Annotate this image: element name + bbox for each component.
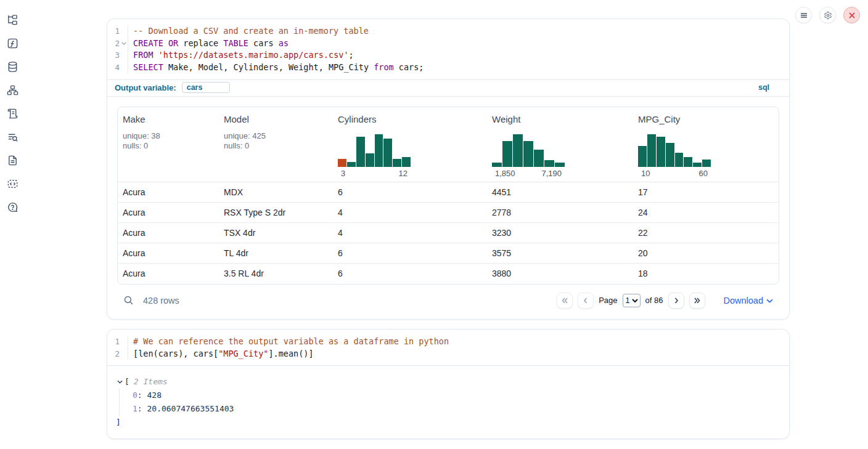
histogram-bar — [693, 163, 702, 167]
fold-chevron-icon[interactable] — [120, 39, 128, 47]
table-header: Makeunique: 38nulls: 0Modelunique: 425nu… — [118, 107, 779, 182]
token-kw: as — [279, 38, 289, 48]
column-header-weight[interactable]: Weight1,8507,190 — [487, 107, 633, 182]
column-header-cylinders[interactable]: Cylinders312 — [333, 107, 487, 182]
chevron-left-icon — [582, 297, 589, 304]
code-text: -- Download a CSV and create an in-memor… — [128, 25, 369, 38]
snippets-icon[interactable] — [6, 177, 19, 190]
list-search-icon[interactable] — [6, 131, 19, 144]
column-name: Make — [123, 114, 214, 124]
table-cell: 18 — [633, 269, 779, 278]
histogram-bar — [638, 146, 647, 167]
search-icon[interactable] — [123, 295, 134, 305]
collapse-chevron-icon[interactable] — [116, 378, 123, 386]
line-number: 1 — [107, 336, 120, 348]
histogram-bar — [356, 137, 365, 167]
histogram-bars — [638, 134, 711, 167]
stat-line: unique: 425 — [224, 131, 328, 142]
code-text: FROM 'https://datasets.marimo.app/cars.c… — [128, 49, 354, 62]
histogram-max-label: 12 — [399, 169, 407, 178]
left-sidebar — [6, 14, 19, 214]
table-cell: Acura — [118, 269, 219, 278]
page-total-label: of 86 — [645, 296, 663, 305]
menu-button[interactable] — [795, 7, 812, 23]
python-cell-output: [ 2 Items 0: 4281: 20.060747663551403 ] — [107, 365, 789, 439]
mpg_city-histogram[interactable]: 1060 — [638, 134, 774, 178]
table-cell: RSX Type S 2dr — [219, 208, 333, 217]
language-badge: sql — [758, 83, 769, 92]
download-label: Download — [724, 296, 764, 305]
line-number: 3 — [107, 49, 120, 62]
code-text: CREATE OR replace TABLE cars as — [128, 38, 289, 50]
chevrons-right-icon — [694, 297, 701, 304]
histogram-bar — [513, 134, 523, 167]
code-line: 4SELECT Make, Model, Cylinders, Weight, … — [107, 62, 789, 74]
first-page-button[interactable] — [557, 293, 573, 309]
table-row: AcuraMDX6445117 — [118, 182, 779, 203]
previous-page-button[interactable] — [578, 293, 594, 309]
python-editor[interactable]: 1# We can reference the output variable … — [107, 330, 789, 365]
stat-line: nulls: 0 — [224, 141, 328, 152]
help-circle-icon[interactable] — [6, 201, 19, 214]
sql-cell-output: Makeunique: 38nulls: 0Modelunique: 425nu… — [107, 96, 789, 319]
table-cell: 4 — [333, 228, 487, 238]
line-number-gutter: 2 — [107, 38, 128, 50]
tree-item-index: 1 — [133, 404, 137, 413]
file-tree-icon[interactable] — [6, 14, 19, 26]
histogram-min-label: 10 — [641, 169, 650, 178]
code-text: [len(cars), cars["MPG_City"].mean()] — [128, 348, 314, 360]
column-name: Weight — [492, 114, 628, 124]
table-row: AcuraTSX 4dr4323022 — [118, 223, 779, 243]
cylinders-histogram[interactable]: 312 — [338, 134, 482, 178]
weight-histogram[interactable]: 1,8507,190 — [492, 134, 628, 178]
last-page-button[interactable] — [689, 293, 705, 309]
python-cell: 1# We can reference the output variable … — [107, 329, 790, 439]
page-select[interactable]: 1 — [623, 294, 641, 307]
fold-slot — [120, 350, 128, 358]
token-kw: FROM — [133, 50, 154, 60]
code-line: 2CREATE OR replace TABLE cars as — [107, 38, 789, 50]
fold-slot — [120, 338, 128, 346]
histogram-bar — [366, 153, 374, 167]
table-body: AcuraMDX6445117AcuraRSX Type S 2dr427782… — [118, 182, 779, 284]
line-number-gutter: 2 — [107, 348, 128, 360]
dependency-graph-icon[interactable] — [6, 84, 19, 97]
histogram-max-label: 7,190 — [541, 169, 562, 178]
tree-item: 0: 428 — [133, 389, 779, 402]
output-variable-label: Output variable: — [115, 83, 176, 92]
column-stats: unique: 38nulls: 0 — [123, 131, 214, 152]
token-pl — [163, 38, 168, 48]
sql-editor[interactable]: 1-- Download a CSV and create an in-memo… — [107, 19, 789, 79]
histogram-bar — [666, 143, 674, 167]
histogram-bar — [647, 134, 656, 167]
token-kw: SELECT — [133, 62, 163, 72]
histogram-min-label: 3 — [341, 169, 345, 178]
row-count: 428 rows — [143, 296, 179, 305]
table-footer: 428 rows Page 1 of 86 — [117, 285, 779, 313]
file-text-icon[interactable] — [6, 154, 19, 167]
scroll-icon[interactable] — [6, 107, 19, 120]
token-kw: from — [374, 62, 394, 72]
line-number-gutter: 4 — [107, 62, 128, 74]
stat-line: unique: 38 — [123, 131, 214, 142]
chevron-down-icon — [766, 297, 773, 304]
next-page-button[interactable] — [668, 293, 684, 309]
chevron-right-icon — [673, 297, 680, 304]
token-pl: ].mean()] — [268, 349, 313, 358]
items-count-label: 2 Items — [134, 375, 168, 389]
histogram-max-label: 60 — [699, 169, 708, 178]
token-str: 'https://datasets.marimo.app/cars.csv' — [158, 50, 349, 60]
download-button[interactable]: Download — [724, 296, 774, 305]
close-button[interactable] — [843, 7, 860, 23]
output-variable-input[interactable] — [182, 82, 230, 93]
function-square-icon[interactable] — [6, 37, 19, 50]
token-com: -- Download a CSV and create an in-memor… — [133, 26, 369, 36]
column-header-mpg_city[interactable]: MPG_City1060 — [633, 107, 779, 182]
column-header-make[interactable]: Makeunique: 38nulls: 0 — [118, 107, 219, 182]
database-icon[interactable] — [6, 60, 19, 73]
table-row: AcuraRSX Type S 2dr4277824 — [118, 203, 779, 223]
table-cell: 3230 — [487, 228, 633, 238]
tree-item: 1: 20.060747663551403 — [133, 402, 779, 416]
column-header-model[interactable]: Modelunique: 425nulls: 0 — [219, 107, 333, 182]
settings-button[interactable] — [819, 7, 836, 23]
